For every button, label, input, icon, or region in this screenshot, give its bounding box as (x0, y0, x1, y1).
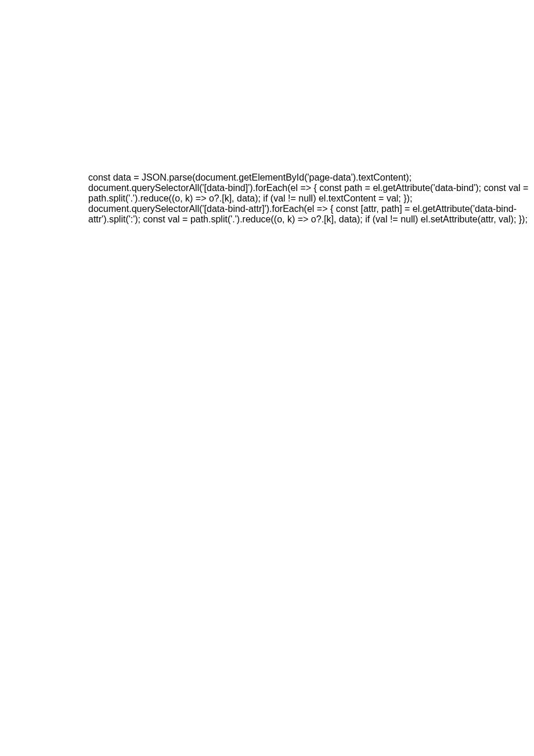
list-item (88, 131, 534, 145)
list-item (88, 159, 534, 172)
list-item (88, 75, 534, 89)
list-item (88, 145, 534, 159)
list-item (88, 61, 534, 75)
list-item (88, 103, 534, 117)
list-item (88, 89, 534, 103)
list-item (88, 117, 534, 131)
article-list: const data = JSON.parse(document.getElem… (88, 61, 534, 225)
